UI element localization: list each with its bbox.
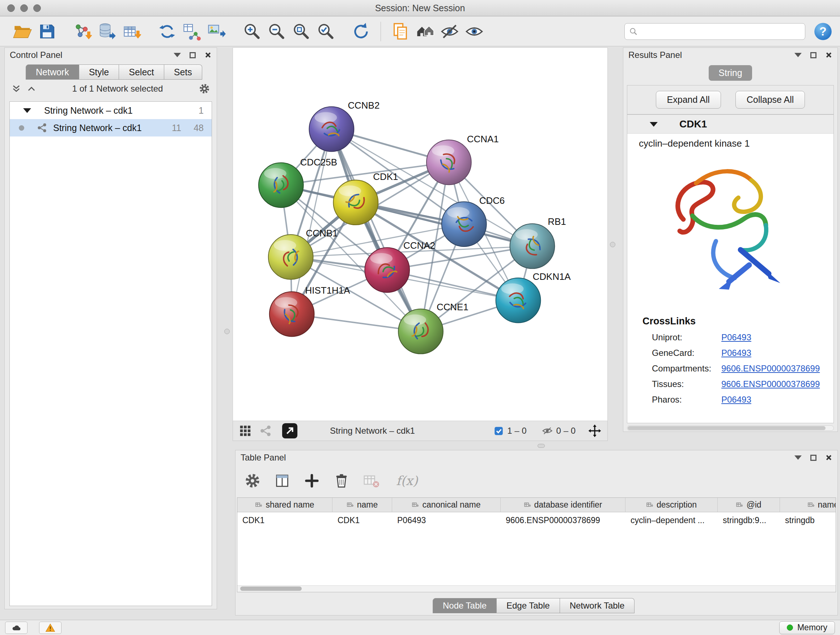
tab-network[interactable]: Network — [26, 65, 79, 80]
new-network-from-selection-button[interactable] — [155, 19, 180, 44]
network-collection-row[interactable]: String Network – cdk1 1 — [10, 102, 212, 119]
tab-style[interactable]: Style — [79, 65, 119, 80]
function-builder-button[interactable]: f(x) — [396, 473, 418, 488]
close-panel-icon[interactable] — [825, 454, 832, 461]
column-header-description[interactable]: description — [625, 498, 718, 512]
column-header-canonical-name[interactable]: canonical name — [392, 498, 501, 512]
hidden-eye-slash-icon[interactable] — [542, 425, 553, 436]
float-panel-icon[interactable] — [794, 455, 802, 463]
table-row[interactable]: CDK1CDK1P064939606.ENSP00000378699cyclin… — [237, 512, 836, 528]
import-network-from-database-button[interactable] — [95, 19, 119, 44]
table-cell[interactable]: stringdb:9... — [718, 516, 780, 525]
close-panel-icon[interactable] — [825, 51, 832, 59]
tab-sets[interactable]: Sets — [164, 65, 202, 80]
add-icon[interactable] — [303, 472, 320, 489]
memory-button[interactable]: Memory — [779, 621, 835, 634]
column-header-shared-name[interactable]: shared name — [237, 498, 332, 512]
network-node-ccnb2[interactable]: CCNB2 — [309, 100, 380, 152]
close-window-button[interactable] — [7, 4, 15, 12]
minimize-window-button[interactable] — [20, 4, 28, 12]
grid-view-icon[interactable] — [239, 424, 252, 437]
column-header--id[interactable]: @id — [718, 498, 780, 512]
network-edge[interactable] — [332, 129, 421, 332]
vertical-splitter-handle[interactable] — [610, 242, 615, 247]
search-input[interactable] — [641, 27, 801, 36]
crosslink-link[interactable]: P06493 — [722, 348, 752, 358]
first-neighbors-button[interactable] — [413, 19, 437, 44]
tab-select[interactable]: Select — [119, 65, 164, 80]
apply-layout-button[interactable] — [349, 19, 373, 44]
network-node-cdc6[interactable]: CDC6 — [442, 195, 505, 247]
import-table-button[interactable] — [119, 19, 144, 44]
tab-network-table[interactable]: Network Table — [560, 598, 635, 613]
table-cell[interactable]: cyclin–dependent ... — [625, 516, 718, 525]
column-header-name[interactable]: name — [332, 498, 392, 512]
network-node-rb1[interactable]: RB1 — [510, 217, 566, 269]
table-cell[interactable]: P06493 — [392, 516, 501, 525]
warnings-button[interactable] — [39, 622, 62, 634]
column-header-namespace[interactable]: namespace — [780, 498, 836, 512]
column-header-database-identifier[interactable]: database identifier — [501, 498, 625, 512]
float-panel-icon[interactable] — [174, 53, 181, 61]
selected-checkbox-icon[interactable] — [494, 426, 504, 436]
float-panel-icon[interactable] — [794, 53, 802, 61]
tab-edge-table[interactable]: Edge Table — [497, 598, 560, 613]
collapse-all-icon[interactable] — [11, 84, 21, 94]
table-cell[interactable]: CDK1 — [237, 516, 332, 525]
search-box[interactable] — [624, 23, 805, 40]
crosslink-link[interactable]: P06493 — [722, 394, 752, 405]
export-view-button[interactable] — [281, 423, 298, 439]
tab-node-table[interactable]: Node Table — [433, 598, 497, 613]
crosslink-link[interactable]: P06493 — [722, 333, 752, 342]
move-crosshair-icon[interactable] — [588, 424, 602, 438]
delete-table-icon[interactable] — [363, 472, 379, 489]
delete-icon[interactable] — [333, 472, 350, 489]
network-node-hist1h1a[interactable]: HIST1H1A — [270, 285, 350, 337]
maximize-panel-icon[interactable] — [810, 455, 816, 461]
columns-icon[interactable] — [274, 472, 291, 489]
zoom-out-button[interactable] — [264, 19, 289, 44]
gear-icon[interactable] — [199, 83, 210, 95]
maximize-window-button[interactable] — [33, 4, 41, 12]
help-button[interactable]: ? — [813, 22, 833, 41]
cloud-button[interactable] — [5, 622, 27, 634]
save-session-button[interactable] — [35, 19, 59, 44]
tab-string[interactable]: String — [709, 65, 752, 81]
table-cell[interactable]: stringdb — [780, 516, 836, 525]
zoom-selected-button[interactable] — [313, 19, 338, 44]
gear-icon[interactable] — [244, 472, 261, 489]
horizontal-splitter-handle[interactable] — [538, 444, 545, 448]
open-session-button[interactable] — [10, 19, 35, 44]
crosslink-link[interactable]: 9606.ENSP00000378699 — [722, 379, 820, 389]
zoom-in-button[interactable] — [240, 19, 264, 44]
node-table: shared namenamecanonical namedatabase id… — [237, 497, 836, 592]
results-scrollbar[interactable] — [627, 425, 834, 431]
maximize-panel-icon[interactable] — [189, 52, 196, 58]
network-canvas[interactable]: CCNB2CCNA1CDC25BCDK1CDC6RB1CCNB1CCNA2CDK… — [233, 48, 608, 421]
table-cell[interactable]: CDK1 — [332, 516, 392, 525]
collapse-all-button[interactable]: Collapse All — [736, 91, 805, 109]
expand-all-icon[interactable] — [27, 84, 36, 94]
entry-header[interactable]: CDK1 — [627, 115, 834, 134]
network-node-cdc25b[interactable]: CDC25B — [259, 157, 337, 207]
disclosure-triangle-icon[interactable] — [23, 108, 31, 117]
export-image-button[interactable] — [204, 19, 229, 44]
network-graph[interactable]: CCNB2CCNA1CDC25BCDK1CDC6RB1CCNB1CCNA2CDK… — [233, 48, 607, 421]
zoom-fit-button[interactable] — [289, 19, 313, 44]
table-cell[interactable]: 9606.ENSP00000378699 — [501, 516, 625, 525]
network-row[interactable]: String Network – cdk1 11 48 — [10, 119, 212, 136]
table-scrollbar[interactable] — [237, 585, 836, 592]
disclosure-triangle-icon[interactable] — [650, 122, 658, 131]
close-panel-icon[interactable] — [204, 51, 212, 59]
vertical-splitter-handle[interactable] — [224, 329, 230, 334]
hide-selected-button[interactable] — [437, 19, 462, 44]
import-network-from-file-button[interactable] — [70, 19, 95, 44]
expand-all-button[interactable]: Expand All — [656, 91, 721, 109]
network-node-ccna1[interactable]: CCNA1 — [426, 134, 499, 185]
crosslink-link[interactable]: 9606.ENSP00000378699 — [722, 363, 820, 374]
show-all-button[interactable] — [462, 19, 486, 44]
export-network-button[interactable] — [180, 19, 204, 44]
copy-style-button[interactable] — [388, 19, 413, 44]
share-view-icon[interactable] — [259, 424, 272, 437]
maximize-panel-icon[interactable] — [810, 52, 816, 58]
